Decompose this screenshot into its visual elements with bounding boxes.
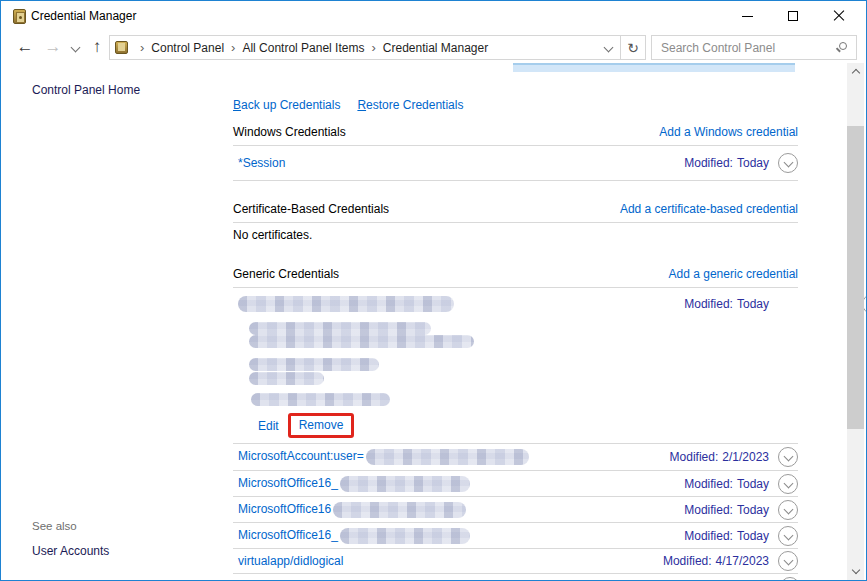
edit-link[interactable]: Edit [258, 419, 279, 433]
modified-text: Modified:4/17/2023 [663, 554, 769, 568]
redacted-detail-line [251, 393, 390, 406]
redacted-detail-line [249, 322, 431, 335]
sidebar-see-also-label: See also [32, 520, 77, 532]
certificate-credentials-header: Certificate-Based Credentials Add a cert… [233, 202, 798, 223]
sidebar-item-control-panel-home[interactable]: Control Panel Home [32, 83, 140, 97]
expand-chevron-button[interactable] [778, 153, 798, 173]
credential-row: virtualapp/didlogical Modified:4/17/2023 [233, 549, 798, 574]
modified-text: Modified:Today [684, 156, 769, 170]
recent-pages-button[interactable] [67, 31, 83, 63]
breadcrumb-control-panel[interactable]: Control Panel [151, 41, 224, 55]
close-button[interactable] [816, 1, 862, 31]
window-title: Credential Manager [31, 1, 136, 31]
expand-chevron-button[interactable] [778, 447, 798, 467]
generic-credentials-header: Generic Credentials Add a generic creden… [233, 267, 798, 288]
section-title: Certificate-Based Credentials [233, 202, 389, 216]
expanded-credential-row: Modified:Today Edit Remove [233, 289, 798, 444]
vertical-scrollbar[interactable] [847, 63, 864, 580]
scrollbar-up-button[interactable] [847, 63, 864, 80]
remove-highlight-annotation: Remove [288, 413, 355, 438]
search-icon[interactable] [839, 42, 847, 50]
breadcrumb-separator-icon: › [133, 40, 151, 55]
expand-chevron-button[interactable] [778, 474, 798, 494]
credential-row: MicrosoftOffice16 Modified:Today [233, 497, 798, 523]
credential-row-session: *Session Modified:Today [233, 146, 798, 181]
expand-chevron-button[interactable] [780, 577, 800, 581]
forward-button[interactable]: → [39, 31, 67, 63]
redacted-name-suffix [340, 476, 470, 492]
windows-credentials-header: Windows Credentials Add a Windows creden… [233, 125, 798, 146]
back-icon: ← [17, 37, 34, 57]
modified-text: Modified:2/1/2023 [670, 450, 769, 464]
expand-chevron-button[interactable] [778, 500, 798, 520]
credential-manager-window: Credential Manager ← → ↑ › Control Panel… [0, 0, 867, 581]
modified-text: Modified:Today [684, 477, 769, 491]
up-button[interactable]: ↑ [85, 31, 109, 63]
credential-manager-small-icon [115, 41, 128, 54]
chevron-up-icon [851, 69, 859, 77]
chevron-down-icon [851, 566, 859, 574]
main-content: Back up Credentials Restore Credentials … [233, 1, 798, 581]
credential-name-link[interactable]: MicrosoftAccount:user= [238, 449, 364, 463]
no-certificates-text: No certificates. [233, 228, 312, 242]
backup-credentials-link[interactable]: Back up Credentials [233, 98, 340, 112]
credential-row: MicrosoftOffice16_ Modified:Today [233, 471, 798, 497]
credential-name-link[interactable]: MicrosoftOffice16 [238, 502, 331, 516]
scrollbar-down-button[interactable] [847, 563, 864, 580]
back-button[interactable]: ← [11, 31, 39, 63]
credential-row: MicrosoftAccount:user= Modified:2/1/2023 [233, 444, 798, 471]
modified-text: Modified:Today [684, 503, 769, 517]
add-windows-credential-link[interactable]: Add a Windows credential [659, 125, 798, 139]
add-certificate-credential-link[interactable]: Add a certificate-based credential [620, 202, 798, 216]
add-generic-credential-link[interactable]: Add a generic credential [669, 267, 798, 281]
redacted-name-suffix [340, 528, 470, 544]
up-icon: ↑ [93, 37, 102, 57]
scrollbar-thumb[interactable] [847, 126, 864, 429]
sidebar-item-user-accounts[interactable]: User Accounts [32, 544, 109, 558]
redacted-name-suffix [333, 502, 466, 518]
credential-manager-icon [13, 9, 26, 24]
redacted-detail-line [249, 372, 324, 385]
redacted-name-suffix [366, 449, 529, 465]
section-title: Generic Credentials [233, 267, 339, 281]
credential-row: MicrosoftOffice16_ Modified:Today [233, 523, 798, 549]
chevron-down-icon [70, 42, 80, 52]
close-icon [833, 10, 845, 22]
credential-name-link[interactable]: virtualapp/didlogical [238, 554, 343, 568]
credential-name-link[interactable]: MicrosoftOffice16_ [238, 476, 338, 490]
credential-name-link[interactable]: *Session [238, 156, 285, 170]
expand-chevron-button[interactable] [778, 526, 798, 546]
modified-text: Modified:Today [684, 297, 769, 311]
remove-link[interactable]: Remove [299, 418, 344, 432]
expand-chevron-button[interactable] [778, 551, 798, 571]
forward-icon: → [45, 37, 62, 57]
restore-credentials-link[interactable]: Restore Credentials [357, 98, 463, 112]
redacted-credential-name[interactable] [238, 296, 454, 312]
redacted-detail-line [249, 335, 474, 348]
modified-text: Modified:Today [684, 529, 769, 543]
redacted-detail-line [249, 358, 379, 371]
credential-name-link[interactable]: MicrosoftOffice16_ [238, 528, 338, 542]
section-title: Windows Credentials [233, 125, 346, 139]
